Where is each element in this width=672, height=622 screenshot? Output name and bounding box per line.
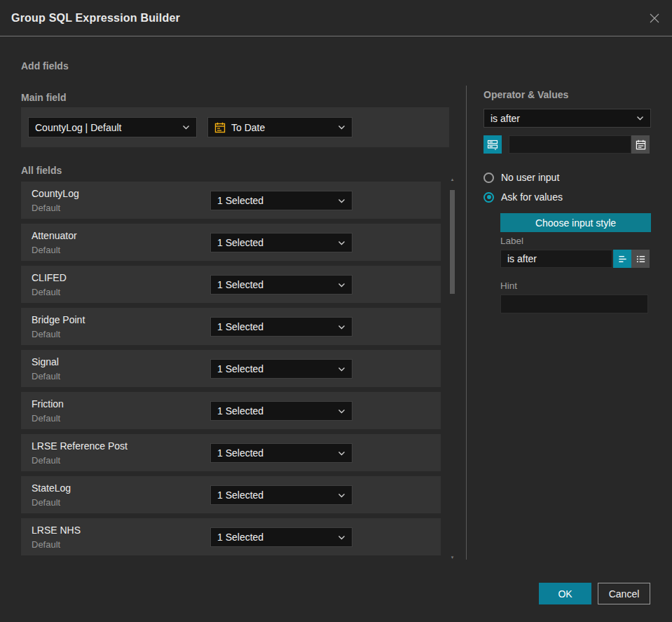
titlebar: Group SQL Expression Builder	[0, 0, 672, 36]
ok-button[interactable]: OK	[539, 583, 591, 604]
chevron-down-icon	[338, 451, 345, 456]
chevron-down-icon	[338, 198, 345, 203]
chevron-down-icon	[338, 125, 345, 130]
scrollbar-thumb[interactable]	[450, 190, 455, 294]
field-selection-value: 1 Selected	[217, 195, 263, 206]
field-subtitle: Default	[32, 455, 60, 466]
main-field-select[interactable]: CountyLog | Default	[28, 117, 197, 137]
unique-values-button[interactable]	[484, 135, 502, 154]
dialog-title: Group SQL Expression Builder	[11, 12, 180, 25]
field-selection-dropdown[interactable]: 1 Selected	[210, 527, 352, 547]
chevron-down-icon	[338, 493, 345, 498]
unique-values-icon	[487, 139, 498, 150]
field-name: Attenuator	[32, 230, 77, 241]
close-button[interactable]	[648, 12, 661, 25]
chevron-down-icon	[338, 283, 345, 288]
radio-circle-selected-icon	[484, 192, 494, 203]
field-name: Bridge Point	[32, 314, 85, 325]
field-subtitle: Default	[32, 245, 60, 255]
field-selection-dropdown[interactable]: 1 Selected	[210, 359, 352, 379]
scroll-down-icon[interactable]: ▾	[448, 555, 456, 560]
field-subtitle: Default	[32, 287, 60, 297]
field-name: LRSE Reference Post	[32, 440, 128, 452]
field-subtitle: Default	[32, 203, 60, 213]
field-selection-dropdown[interactable]: 1 Selected	[210, 401, 352, 421]
chevron-down-icon	[338, 535, 345, 540]
all-fields-heading: All fields	[21, 165, 62, 176]
field-subtitle: Default	[32, 329, 60, 339]
field-selection-value: 1 Selected	[217, 405, 263, 417]
field-name: Friction	[32, 398, 64, 410]
field-name: StateLog	[32, 482, 71, 494]
align-left-icon	[617, 254, 628, 264]
field-name: CLIFED	[32, 272, 67, 283]
field-selection-dropdown[interactable]: 1 Selected	[210, 317, 352, 337]
field-selection-dropdown[interactable]: 1 Selected	[210, 233, 352, 252]
chevron-down-icon	[338, 325, 345, 330]
field-selection-dropdown[interactable]: 1 Selected	[210, 275, 352, 295]
field-row: LRSE NHS Default 1 Selected	[21, 518, 441, 555]
field-row: LRSE Reference Post Default 1 Selected	[21, 434, 441, 471]
field-row: CLIFED Default 1 Selected	[21, 266, 441, 303]
calendar-picker-button[interactable]	[631, 135, 650, 154]
hint-caption: Hint	[500, 280, 517, 291]
operator-value: is after	[491, 113, 520, 124]
main-field-type-value: To Date	[231, 122, 265, 133]
calendar-icon	[636, 140, 646, 150]
add-fields-heading: Add fields	[21, 60, 69, 72]
field-subtitle: Default	[32, 413, 60, 424]
field-selection-dropdown[interactable]: 1 Selected	[210, 485, 352, 505]
field-selection-dropdown[interactable]: 1 Selected	[210, 443, 352, 463]
field-row: Bridge Point Default 1 Selected	[21, 308, 441, 345]
field-selection-value: 1 Selected	[217, 532, 263, 543]
label-style-list-button[interactable]	[631, 250, 650, 268]
scroll-up-icon[interactable]: ▴	[448, 177, 456, 182]
radio-no-user-input-label: No user input	[501, 172, 559, 183]
field-subtitle: Default	[32, 371, 60, 381]
choose-input-style-button[interactable]: Choose input style	[500, 213, 651, 232]
field-selection-value: 1 Selected	[217, 447, 263, 459]
field-selection-value: 1 Selected	[217, 237, 263, 248]
field-selection-value: 1 Selected	[217, 363, 263, 374]
field-selection-value: 1 Selected	[217, 321, 263, 332]
main-field-panel: CountyLog | Default To Date	[21, 107, 449, 147]
radio-no-user-input[interactable]: No user input	[484, 172, 559, 183]
field-name: Signal	[32, 356, 59, 367]
radio-ask-for-values-label: Ask for values	[501, 191, 563, 203]
chevron-down-icon	[636, 116, 644, 121]
operator-select[interactable]: is after	[484, 109, 651, 128]
field-row: CountyLog Default 1 Selected	[21, 182, 441, 219]
list-scrollbar[interactable]: ▴ ▾	[448, 177, 456, 560]
bulleted-list-icon	[636, 254, 646, 264]
chevron-down-icon	[182, 125, 190, 130]
label-style-text-button[interactable]	[613, 250, 631, 268]
label-input[interactable]	[500, 250, 612, 268]
panel-divider	[466, 86, 467, 560]
field-subtitle: Default	[32, 539, 60, 550]
field-name: LRSE NHS	[32, 525, 81, 536]
cancel-button[interactable]: Cancel	[598, 583, 650, 604]
main-field-heading: Main field	[21, 92, 67, 103]
operator-values-heading: Operator & Values	[484, 89, 568, 100]
field-row: Friction Default 1 Selected	[21, 392, 441, 429]
field-row: Signal Default 1 Selected	[21, 350, 441, 387]
label-caption: Label	[500, 236, 523, 246]
close-icon	[649, 13, 660, 24]
calendar-icon	[214, 122, 226, 133]
group-sql-expression-builder-dialog: Group SQL Expression Builder Add fields …	[0, 0, 672, 622]
all-fields-list: CountyLog Default 1 Selected Attenuator …	[21, 182, 441, 560]
chevron-down-icon	[338, 409, 345, 414]
main-field-type-select[interactable]: To Date	[207, 117, 352, 137]
radio-ask-for-values[interactable]: Ask for values	[484, 191, 563, 203]
date-value-input[interactable]	[509, 135, 631, 154]
field-row: StateLog Default 1 Selected	[21, 476, 441, 513]
main-field-select-value: CountyLog | Default	[35, 122, 122, 133]
field-name: CountyLog	[32, 188, 79, 199]
field-selection-dropdown[interactable]: 1 Selected	[210, 191, 352, 210]
hint-input[interactable]	[500, 295, 648, 313]
field-subtitle: Default	[32, 497, 60, 508]
chevron-down-icon	[338, 367, 345, 372]
field-selection-value: 1 Selected	[217, 489, 263, 501]
chevron-down-icon	[338, 241, 345, 245]
radio-circle-icon	[484, 173, 494, 183]
